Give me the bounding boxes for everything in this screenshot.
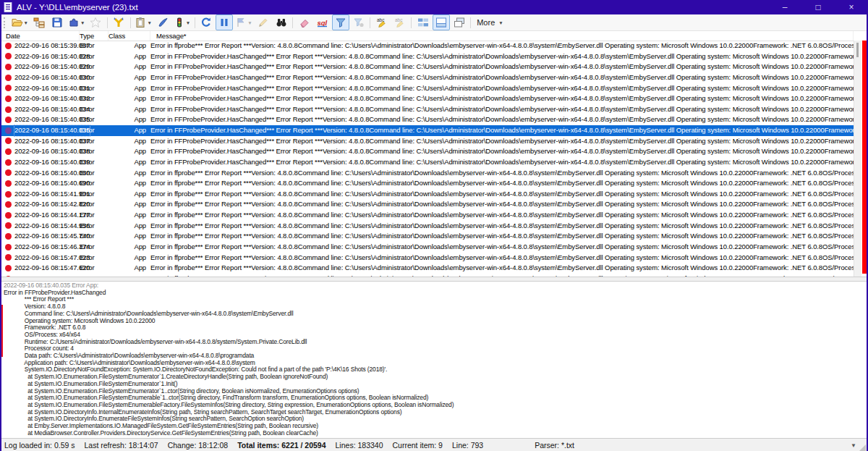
more-menu-button[interactable]: More▼ bbox=[473, 15, 507, 30]
window-frame: ▼ ▼ ▼ ▼ ▼ sql abc abc bbox=[0, 14, 868, 451]
cell-message: Error in FFProbeProvider.HasChanged*** E… bbox=[150, 51, 854, 62]
cell-message: Error in ffprobe*** Error Report ***Vers… bbox=[150, 253, 854, 264]
cell-type: Error bbox=[80, 231, 109, 242]
detail-line: Operating system: Microsoft Windows 10.0… bbox=[4, 318, 867, 325]
filter-button[interactable] bbox=[332, 14, 349, 30]
cell-date: 2022-09-16 08:15:40.032 bbox=[14, 93, 90, 104]
table-row[interactable]: 2022-09-16 08:15:40.690ErrorAppError in … bbox=[1, 178, 854, 189]
error-dot-icon bbox=[5, 43, 12, 49]
cell-date-group: 2022-09-16 08:15:40.030 bbox=[1, 72, 80, 83]
error-dot-icon bbox=[5, 64, 12, 70]
table-row[interactable]: 2022-09-16 08:15:40.030ErrorAppError in … bbox=[1, 72, 854, 83]
table-row[interactable]: 2022-09-16 08:15:46.374ErrorAppError in … bbox=[1, 242, 854, 253]
mark-button[interactable] bbox=[154, 14, 171, 30]
cell-class: App bbox=[109, 93, 150, 104]
pause-monitoring-button[interactable] bbox=[216, 14, 233, 30]
cell-date-group: 2022-09-16 08:15:39.067 bbox=[1, 41, 80, 51]
table-row[interactable]: 2022-09-16 08:15:44.177ErrorAppError in … bbox=[1, 210, 854, 221]
status-dropdown-icon[interactable]: ▼ bbox=[851, 442, 856, 449]
pane-splitter[interactable] bbox=[1, 277, 867, 282]
filter-settings-button[interactable] bbox=[350, 14, 367, 30]
show-bottom-panel-button[interactable] bbox=[433, 14, 450, 30]
error-dot-icon bbox=[5, 212, 12, 219]
open-file-button[interactable]: ▼ bbox=[10, 14, 30, 30]
bookmarks-button[interactable]: ▼ bbox=[234, 14, 253, 30]
table-row[interactable]: 2022-09-16 08:15:40.037ErrorAppError in … bbox=[1, 136, 854, 147]
minimize-button[interactable]: – bbox=[768, 0, 801, 14]
scrollbar-thumb[interactable] bbox=[856, 43, 859, 57]
log-level-button[interactable]: ▼ bbox=[172, 14, 192, 30]
vertical-scrollbar[interactable] bbox=[854, 41, 861, 277]
cell-date-group: 2022-09-16 08:15:40.035 bbox=[1, 114, 80, 125]
cell-class: App bbox=[109, 178, 150, 189]
highlight-button[interactable]: abc bbox=[373, 14, 391, 30]
save-button[interactable] bbox=[48, 14, 66, 30]
file-tree-button[interactable] bbox=[30, 14, 48, 30]
dropdown-arrow-icon: ▼ bbox=[186, 20, 190, 25]
cell-type: Error bbox=[80, 125, 109, 136]
detail-line: Runtime: C:/Users/Administrator/Download… bbox=[4, 339, 867, 346]
table-row[interactable]: 2022-09-16 08:15:41.901ErrorAppError in … bbox=[1, 189, 854, 200]
table-row[interactable]: 2022-09-16 08:15:40.031ErrorAppError in … bbox=[1, 83, 854, 94]
close-button[interactable]: × bbox=[835, 0, 868, 14]
table-row[interactable]: 2022-09-16 08:15:44.956ErrorAppError in … bbox=[1, 221, 854, 232]
cell-class: App bbox=[109, 168, 150, 179]
cell-date: 2022-09-16 08:15:40.035 bbox=[14, 114, 90, 125]
table-row[interactable]: 2022-09-16 08:15:40.028ErrorAppError in … bbox=[1, 51, 854, 62]
edit-button[interactable] bbox=[255, 14, 272, 30]
column-header-message[interactable]: Message* bbox=[150, 31, 854, 41]
table-row[interactable]: 2022-09-16 08:15:39.067ErrorAppError in … bbox=[1, 41, 854, 51]
cell-class: App bbox=[109, 51, 150, 62]
star-icon bbox=[90, 17, 101, 28]
parser-button[interactable]: ▼ bbox=[67, 14, 86, 30]
cell-date: 2022-09-16 08:15:40.037 bbox=[14, 136, 90, 147]
status-bar: Log loaded in: 0.59 sLast refresh: 18:14… bbox=[1, 438, 867, 451]
table-row[interactable]: 2022-09-16 08:15:40.035ErrorAppError in … bbox=[1, 114, 854, 125]
table-row[interactable]: 2022-09-16 08:15:47.620ErrorAppError in … bbox=[1, 263, 854, 274]
highlight-settings-button[interactable]: abc bbox=[391, 14, 409, 30]
table-row[interactable]: 2022-09-16 08:15:40.035ErrorAppError in … bbox=[1, 125, 854, 136]
table-row[interactable]: 2022-09-16 08:15:40.034ErrorAppError in … bbox=[1, 104, 854, 115]
panel-bottom-icon bbox=[435, 17, 447, 28]
cell-message: Error in FFProbeProvider.HasChanged*** E… bbox=[150, 125, 854, 136]
find-button[interactable] bbox=[273, 14, 290, 30]
error-dot-icon bbox=[5, 169, 12, 176]
pencil-icon bbox=[258, 17, 269, 28]
detail-pane: 2022-09-16 08:15:40.035 Error App: Error… bbox=[1, 282, 867, 438]
error-dot-icon bbox=[5, 117, 12, 123]
table-row[interactable]: 2022-09-16 08:15:40.039ErrorAppError in … bbox=[1, 157, 854, 168]
cell-message: Error in FFProbeProvider.HasChanged*** E… bbox=[150, 136, 854, 147]
toolbar-gripper[interactable] bbox=[4, 17, 7, 28]
toolbar-separator bbox=[411, 17, 412, 28]
cell-class: App bbox=[109, 253, 150, 264]
cell-type: Error bbox=[80, 146, 109, 157]
clear-button[interactable] bbox=[296, 14, 313, 30]
cell-type: Error bbox=[80, 221, 109, 232]
sql-icon: sql bbox=[317, 17, 328, 28]
maximize-button[interactable]: □ bbox=[801, 0, 835, 14]
table-row[interactable]: 2022-09-16 08:15:40.060ErrorAppError in … bbox=[1, 168, 854, 179]
table-row[interactable]: 2022-09-16 08:15:40.032ErrorAppError in … bbox=[1, 93, 854, 104]
column-header-class[interactable]: Class bbox=[109, 31, 150, 41]
column-header-date[interactable]: Date bbox=[1, 31, 80, 41]
table-row[interactable]: 2022-09-16 08:15:42.820ErrorAppError in … bbox=[1, 199, 854, 210]
merge-logs-button[interactable] bbox=[110, 14, 127, 30]
toolbar-separator bbox=[107, 17, 108, 28]
refresh-button[interactable] bbox=[197, 14, 215, 30]
favorites-button[interactable] bbox=[87, 14, 104, 30]
float-panel-button[interactable] bbox=[451, 14, 468, 30]
table-row[interactable]: 2022-09-16 08:15:40.029ErrorAppError in … bbox=[1, 62, 854, 72]
dropdown-arrow-icon: ▼ bbox=[247, 20, 252, 25]
sql-filter-button[interactable]: sql bbox=[314, 14, 331, 30]
cell-date-group: 2022-09-16 08:15:47.620 bbox=[1, 263, 80, 274]
paste-button[interactable]: ▼ bbox=[133, 14, 153, 30]
view-details-button[interactable] bbox=[414, 14, 432, 30]
table-row[interactable]: 2022-09-16 08:15:45.740ErrorAppError in … bbox=[1, 231, 854, 242]
cell-date-group: 2022-09-16 08:15:45.740 bbox=[1, 231, 80, 242]
table-row[interactable]: 2022-09-16 08:15:48.741ErrorAppError in … bbox=[1, 274, 854, 277]
table-row[interactable]: 2022-09-16 08:15:40.038ErrorAppError in … bbox=[1, 146, 854, 157]
error-marker-strip bbox=[862, 41, 867, 274]
table-row[interactable]: 2022-09-16 08:15:47.023ErrorAppError in … bbox=[1, 253, 854, 264]
resize-grip[interactable] bbox=[859, 444, 866, 451]
column-header-type[interactable]: Type bbox=[80, 31, 109, 41]
